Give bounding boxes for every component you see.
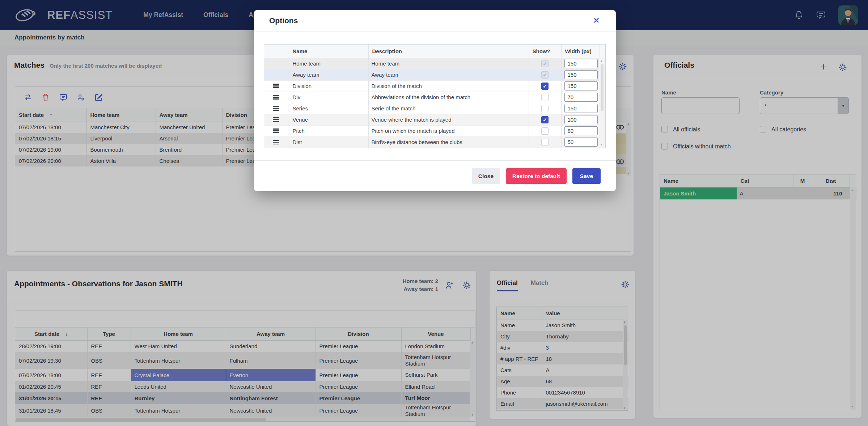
modal-col-description: Description xyxy=(368,45,529,58)
show-checkbox[interactable] xyxy=(541,105,549,112)
column-option-row: PitchPitch on which the match is played xyxy=(264,125,605,136)
close-icon[interactable]: ✕ xyxy=(593,16,600,25)
option-name: Div xyxy=(288,92,368,103)
column-option-row: DistBird's-eye distance between the club… xyxy=(264,136,605,148)
option-name: Dist xyxy=(288,136,368,148)
option-description: Serie of the match xyxy=(368,103,529,114)
column-option-row: Home teamHome team✓ xyxy=(264,58,605,69)
scroll-up-icon[interactable]: ▴ xyxy=(601,59,602,63)
option-description: Away team xyxy=(368,69,529,80)
drag-handle-icon[interactable] xyxy=(273,84,279,88)
option-description: Abbreviations of the division of the mat… xyxy=(368,92,529,103)
show-checkbox[interactable] xyxy=(541,139,549,146)
width-input[interactable] xyxy=(564,93,598,102)
modal-buttons: Close Restore to default Save xyxy=(472,168,601,184)
drag-handle-icon[interactable] xyxy=(273,117,279,122)
option-name: Pitch xyxy=(288,125,368,136)
column-option-row: Away teamAway team✓ xyxy=(264,69,605,80)
width-input[interactable] xyxy=(564,138,598,147)
modal-header-row: Name Description Show? Width (px) xyxy=(264,45,605,58)
drag-handle-icon[interactable] xyxy=(273,140,279,145)
option-description: Division of the match xyxy=(368,80,529,92)
modal-col-width: Width (px) xyxy=(561,45,600,58)
modal-title: Options xyxy=(269,16,298,25)
modal-col-name: Name xyxy=(288,45,368,58)
modal-col-show: Show? xyxy=(529,45,561,58)
width-input[interactable] xyxy=(564,126,598,135)
option-description: Bird's-eye distance between the clubs xyxy=(368,136,529,148)
show-checkbox: ✓ xyxy=(541,60,549,67)
modal-col-drag xyxy=(264,45,288,58)
column-options-table: Name Description Show? Width (px) Home t… xyxy=(264,45,605,148)
option-name: Division xyxy=(288,80,368,92)
drag-handle-icon[interactable] xyxy=(273,106,279,111)
option-description: Home team xyxy=(368,58,529,69)
modal-table-wrap: Name Description Show? Width (px) Home t… xyxy=(264,44,606,148)
drag-handle-icon[interactable] xyxy=(273,128,279,133)
save-button[interactable]: Save xyxy=(572,168,601,184)
modal-table-scrollbar[interactable]: ▴ ▾ xyxy=(599,58,605,147)
drag-handle-icon[interactable] xyxy=(273,95,279,100)
column-option-row: VenueVenue where the match is played✓ xyxy=(264,114,605,125)
option-name: Venue xyxy=(288,114,368,125)
show-checkbox[interactable] xyxy=(541,94,549,101)
option-description: Venue where the match is played xyxy=(368,114,529,125)
option-name: Series xyxy=(288,103,368,114)
show-checkbox: ✓ xyxy=(541,71,549,79)
scrollbar-thumb[interactable] xyxy=(601,64,604,111)
close-button[interactable]: Close xyxy=(472,168,500,184)
options-modal: Options ✕ Name Description Show? Width (… xyxy=(254,10,616,191)
scroll-down-icon[interactable]: ▾ xyxy=(601,143,602,146)
column-option-row: SeriesSerie of the match xyxy=(264,103,605,114)
width-input[interactable] xyxy=(564,81,598,90)
app-root: REFASSIST My RefAssistOfficialsAppointme… xyxy=(0,0,868,426)
show-checkbox[interactable]: ✓ xyxy=(541,83,549,90)
width-input[interactable] xyxy=(564,59,598,68)
width-input[interactable] xyxy=(564,115,598,124)
option-description: Pitch on which the match is played xyxy=(368,125,529,136)
width-input[interactable] xyxy=(564,70,598,79)
width-input[interactable] xyxy=(564,104,598,113)
option-name: Home team xyxy=(288,58,368,69)
show-checkbox[interactable]: ✓ xyxy=(541,116,549,123)
modal-footer-divider xyxy=(254,160,616,161)
restore-to-default-button[interactable]: Restore to default xyxy=(506,168,567,184)
column-option-row: DivisionDivision of the match✓ xyxy=(264,80,605,92)
modal-header: Options ✕ xyxy=(254,10,616,31)
column-option-row: DivAbbreviations of the division of the … xyxy=(264,92,605,103)
option-name: Away team xyxy=(288,69,368,80)
show-checkbox[interactable] xyxy=(541,127,549,135)
